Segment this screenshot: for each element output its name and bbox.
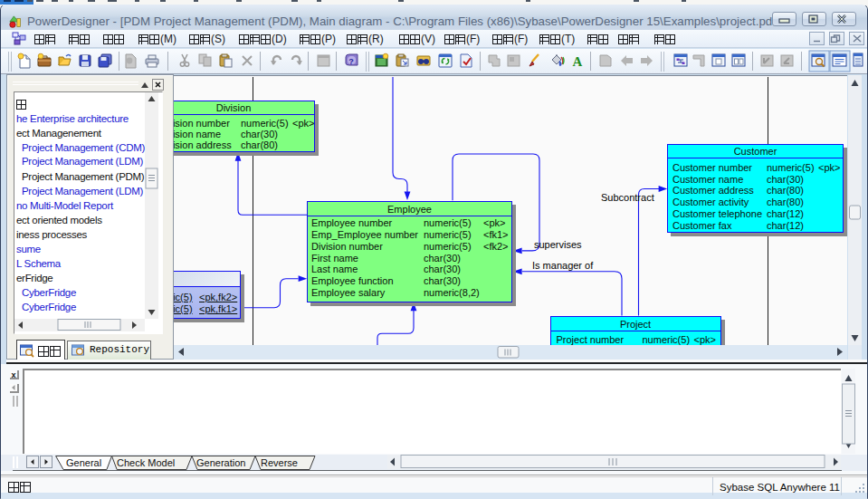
svg-text:General: General xyxy=(66,457,101,468)
svg-text:Check Model: Check Model xyxy=(117,457,175,468)
svg-text:Generation: Generation xyxy=(196,457,245,468)
svg-text:Reverse: Reverse xyxy=(261,457,298,468)
svg-text:?: ? xyxy=(348,57,354,66)
svg-text:A: A xyxy=(573,54,583,69)
